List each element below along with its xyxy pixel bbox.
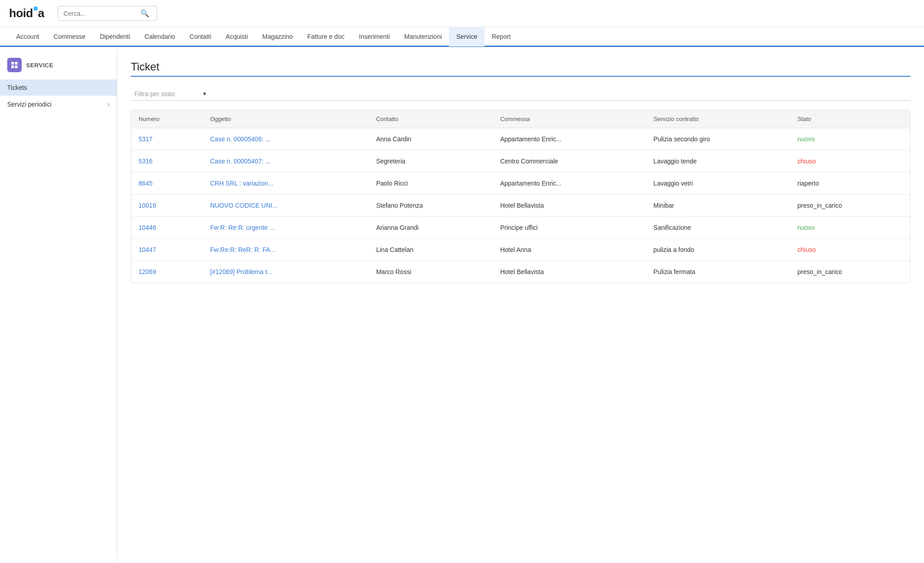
logo: hoida bbox=[9, 6, 44, 20]
ticket-oggetto-6[interactable]: [#12069] Problema t... bbox=[203, 261, 369, 283]
ticket-commessa-2: Appartamento Enric... bbox=[493, 172, 647, 195]
sidebar-item-tickets[interactable]: Tickets bbox=[0, 79, 117, 96]
ticket-contatto-5: Lina Cattelan bbox=[369, 239, 493, 261]
ticket-contatto-3: Stefano Potenza bbox=[369, 195, 493, 217]
svg-rect-2 bbox=[11, 65, 14, 68]
ticket-stato-1: chiuso bbox=[790, 150, 910, 172]
nav-item-magazzino[interactable]: Magazzino bbox=[255, 27, 300, 47]
ticket-servizio-0: Pulizia secondo giro bbox=[646, 128, 790, 150]
table-row: 5317 Case n. 00005406: ... Anna Cardin A… bbox=[131, 128, 910, 150]
table-header: Numero Oggetto Contatto Commessa Servizi… bbox=[131, 110, 910, 128]
ticket-numero-4[interactable]: 10446 bbox=[131, 217, 203, 239]
ticket-oggetto-0[interactable]: Case n. 00005406: ... bbox=[203, 128, 369, 150]
sidebar-item-servizi[interactable]: Servizi periodici › bbox=[0, 96, 117, 113]
ticket-numero-2[interactable]: 8645 bbox=[131, 172, 203, 195]
nav-item-acquisti[interactable]: Acquisti bbox=[218, 27, 255, 47]
table-row: 10016 NUOVO CODICE UNI... Stefano Potenz… bbox=[131, 195, 910, 217]
sidebar-header: SERVICE bbox=[0, 54, 117, 79]
nav-item-commesse[interactable]: Commesse bbox=[46, 27, 93, 47]
ticket-commessa-0: Appartamento Enric... bbox=[493, 128, 647, 150]
layout: SERVICE Tickets Servizi periodici › Tick… bbox=[0, 47, 924, 562]
ticket-oggetto-2[interactable]: CRH SRL : variazion... bbox=[203, 172, 369, 195]
ticket-stato-0: nuovo bbox=[790, 128, 910, 150]
table-row: 5316 Case n. 00005407: ... Segreteria Ce… bbox=[131, 150, 910, 172]
sidebar-section-title: SERVICE bbox=[26, 62, 53, 69]
search-bar[interactable]: 🔍 bbox=[58, 6, 157, 21]
ticket-numero-0[interactable]: 5317 bbox=[131, 128, 203, 150]
ticket-commessa-5: Hotel Anna bbox=[493, 239, 647, 261]
nav-item-calendario[interactable]: Calendario bbox=[137, 27, 182, 47]
main-content: Ticket Filtra per stato ▼ Numero Oggetto… bbox=[117, 47, 924, 562]
dropdown-arrow-icon: ▼ bbox=[202, 91, 207, 97]
ticket-stato-5: chiuso bbox=[790, 239, 910, 261]
ticket-numero-1[interactable]: 5316 bbox=[131, 150, 203, 172]
filter-stato-label: Filtra per stato bbox=[134, 90, 175, 98]
filter-stato-select[interactable]: Filtra per stato ▼ bbox=[131, 88, 910, 101]
ticket-contatto-1: Segreteria bbox=[369, 150, 493, 172]
col-stato: Stato bbox=[790, 110, 910, 128]
table-row: 12069 [#12069] Problema t... Marco Rossi… bbox=[131, 261, 910, 283]
col-servizio: Servizio contratto bbox=[646, 110, 790, 128]
ticket-stato-6: preso_in_carico bbox=[790, 261, 910, 283]
sidebar-item-servizi-label: Servizi periodici bbox=[7, 101, 51, 108]
nav-item-fatture[interactable]: Fatture e doc bbox=[300, 27, 352, 47]
ticket-oggetto-3[interactable]: NUOVO CODICE UNI... bbox=[203, 195, 369, 217]
nav-item-service[interactable]: Service bbox=[449, 27, 485, 47]
tickets-table-wrapper: Numero Oggetto Contatto Commessa Servizi… bbox=[131, 110, 910, 283]
ticket-oggetto-1[interactable]: Case n. 00005407: ... bbox=[203, 150, 369, 172]
logo-text: hoida bbox=[9, 6, 44, 20]
page-title: Ticket bbox=[131, 60, 910, 73]
ticket-commessa-6: Hotel Bellavista bbox=[493, 261, 647, 283]
nav-item-report[interactable]: Report bbox=[485, 27, 518, 47]
sidebar: SERVICE Tickets Servizi periodici › bbox=[0, 47, 117, 562]
search-icon: 🔍 bbox=[140, 9, 149, 18]
table-row: 10446 Fw:R: Re:R: urgente ... Arianna Gr… bbox=[131, 217, 910, 239]
ticket-servizio-3: Minibar bbox=[646, 195, 790, 217]
ticket-servizio-1: Lavaggio tende bbox=[646, 150, 790, 172]
ticket-commessa-3: Hotel Bellavista bbox=[493, 195, 647, 217]
chevron-right-icon: › bbox=[107, 100, 110, 108]
ticket-commessa-1: Centro Commerciale bbox=[493, 150, 647, 172]
logo-dot bbox=[33, 6, 38, 11]
main-nav: Account Commesse Dipendenti Calendario C… bbox=[0, 27, 924, 47]
title-underline bbox=[131, 76, 910, 77]
ticket-servizio-4: Sanificazione bbox=[646, 217, 790, 239]
ticket-stato-4: nuovo bbox=[790, 217, 910, 239]
sidebar-item-tickets-label: Tickets bbox=[7, 84, 27, 91]
nav-item-account[interactable]: Account bbox=[9, 27, 46, 47]
nav-item-contatti[interactable]: Contatti bbox=[182, 27, 218, 47]
svg-rect-1 bbox=[15, 62, 18, 65]
nav-item-manutenzioni[interactable]: Manutenzioni bbox=[397, 27, 449, 47]
ticket-servizio-6: Pulizia fermata bbox=[646, 261, 790, 283]
ticket-contatto-6: Marco Rossi bbox=[369, 261, 493, 283]
svg-rect-3 bbox=[15, 65, 18, 68]
tickets-table: Numero Oggetto Contatto Commessa Servizi… bbox=[131, 110, 910, 283]
nav-item-inserimenti[interactable]: Inserimenti bbox=[352, 27, 397, 47]
search-input[interactable] bbox=[64, 10, 140, 17]
ticket-stato-3: preso_in_carico bbox=[790, 195, 910, 217]
ticket-stato-2: riaperto bbox=[790, 172, 910, 195]
col-numero: Numero bbox=[131, 110, 203, 128]
ticket-commessa-4: Principe uffici bbox=[493, 217, 647, 239]
nav-item-dipendenti[interactable]: Dipendenti bbox=[92, 27, 137, 47]
ticket-contatto-2: Paolo Ricci bbox=[369, 172, 493, 195]
ticket-oggetto-5[interactable]: Fw:Re:R: ReR: R: FA... bbox=[203, 239, 369, 261]
filter-row: Filtra per stato ▼ bbox=[131, 88, 910, 101]
header: hoida 🔍 bbox=[0, 0, 924, 27]
ticket-servizio-2: Lavaggio vetri bbox=[646, 172, 790, 195]
col-contatto: Contatto bbox=[369, 110, 493, 128]
col-oggetto: Oggetto bbox=[203, 110, 369, 128]
ticket-oggetto-4[interactable]: Fw:R: Re:R: urgente ... bbox=[203, 217, 369, 239]
ticket-contatto-4: Arianna Grandi bbox=[369, 217, 493, 239]
ticket-numero-6[interactable]: 12069 bbox=[131, 261, 203, 283]
sidebar-service-icon bbox=[7, 58, 22, 72]
table-row: 10447 Fw:Re:R: ReR: R: FA... Lina Cattel… bbox=[131, 239, 910, 261]
col-commessa: Commessa bbox=[493, 110, 647, 128]
ticket-numero-5[interactable]: 10447 bbox=[131, 239, 203, 261]
ticket-numero-3[interactable]: 10016 bbox=[131, 195, 203, 217]
ticket-servizio-5: pulizia a fondo bbox=[646, 239, 790, 261]
svg-rect-0 bbox=[11, 62, 14, 65]
table-body: 5317 Case n. 00005406: ... Anna Cardin A… bbox=[131, 128, 910, 283]
table-row: 8645 CRH SRL : variazion... Paolo Ricci … bbox=[131, 172, 910, 195]
ticket-contatto-0: Anna Cardin bbox=[369, 128, 493, 150]
